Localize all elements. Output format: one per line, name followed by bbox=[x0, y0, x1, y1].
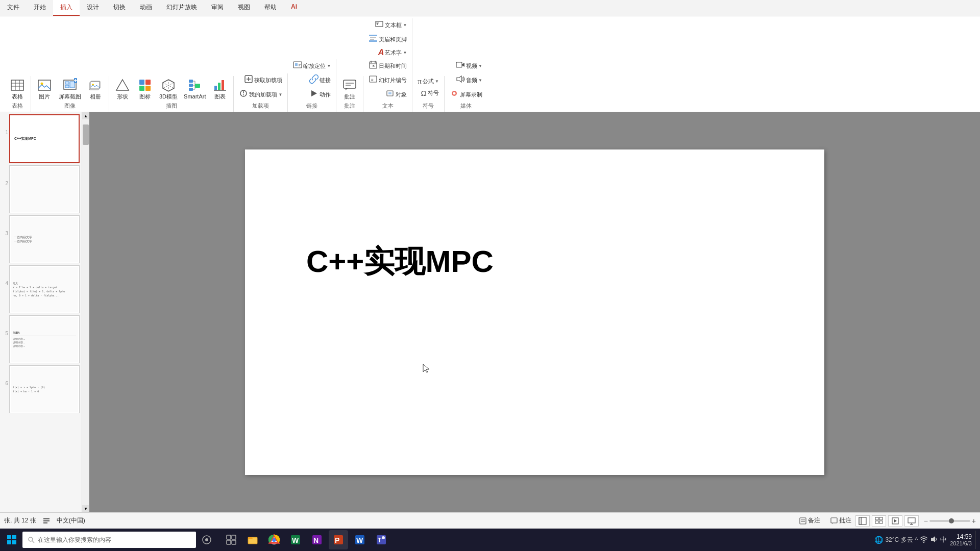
file-explorer-button[interactable] bbox=[243, 530, 262, 549]
tab-transition[interactable]: 切换 bbox=[106, 0, 133, 16]
show-desktop-button[interactable] bbox=[975, 531, 978, 549]
slide-num-2: 2 bbox=[2, 181, 8, 186]
header-footer-button[interactable]: 页眉和页脚 bbox=[366, 33, 409, 46]
slide-thumb-6[interactable]: f(x) = x + lphw - (0) f(x) + hw - 1 = 0 bbox=[9, 365, 80, 413]
smartart-label: SmartArt bbox=[184, 93, 206, 100]
scroll-up-button[interactable]: ▲ bbox=[82, 112, 89, 119]
comments-button[interactable]: 批注 bbox=[830, 516, 851, 525]
tab-home[interactable]: 开始 bbox=[27, 0, 53, 16]
scroll-down-button[interactable]: ▼ bbox=[82, 505, 89, 512]
show-hidden-icons-button[interactable]: ^ bbox=[915, 536, 918, 543]
hyperlink-button[interactable]: 链接 bbox=[307, 73, 333, 87]
slide-thumb-1[interactable]: C++实现MPC bbox=[9, 114, 80, 163]
word-green-button[interactable]: W bbox=[286, 530, 305, 549]
view-outline-button[interactable] bbox=[42, 517, 51, 525]
tab-slideshow[interactable]: 幻灯片放映 bbox=[159, 0, 204, 16]
tab-help[interactable]: 帮助 bbox=[257, 0, 284, 16]
wifi-icon[interactable] bbox=[920, 535, 928, 545]
video-button[interactable]: 视频 ▼ bbox=[454, 59, 484, 72]
word-blue-button[interactable]: W bbox=[350, 530, 370, 549]
slide-thumb-5[interactable]: 问题A 说明内容... 说明内容... 说明内容... bbox=[9, 315, 80, 363]
wordart-button[interactable]: A 艺术字 ▼ bbox=[376, 47, 409, 58]
svg-rect-86 bbox=[859, 517, 862, 524]
network-icon[interactable]: 🌐 bbox=[874, 536, 883, 544]
slide-thumb-2[interactable] bbox=[9, 165, 80, 213]
my-addin-button[interactable]: 我的加载项 ▼ bbox=[237, 88, 284, 101]
symbol-button[interactable]: Ω 符号 bbox=[419, 88, 441, 98]
comment-button[interactable]: 批注 bbox=[339, 76, 360, 101]
language-indicator[interactable]: 中 bbox=[940, 535, 947, 544]
tab-insert[interactable]: 插入 bbox=[53, 0, 80, 16]
scroll-thumb[interactable] bbox=[83, 124, 89, 145]
svg-rect-8 bbox=[65, 82, 69, 84]
taskview-windows-button[interactable] bbox=[222, 530, 241, 549]
zoom-button[interactable]: 缩放定位 ▼ bbox=[291, 59, 333, 72]
onenote-button[interactable]: N bbox=[307, 530, 327, 549]
insert-table-button[interactable]: 表格 bbox=[7, 76, 28, 101]
ribbon-group-illustration: 形状 图标 bbox=[109, 76, 234, 112]
slide-thumb-3[interactable]: 一些内容文字 一些内容文字 bbox=[9, 215, 80, 263]
svg-rect-71 bbox=[456, 62, 462, 67]
screenshot-button[interactable]: 屏幕截图 bbox=[57, 76, 83, 101]
chart-button[interactable]: 图表 bbox=[210, 76, 230, 101]
audio-button[interactable]: 音频 ▼ bbox=[454, 73, 484, 87]
my-addin-icon bbox=[239, 89, 248, 100]
weather-widget[interactable]: 32°C 多云 bbox=[885, 536, 913, 544]
zoom-slider-handle[interactable] bbox=[949, 518, 954, 523]
tab-design[interactable]: 设计 bbox=[80, 0, 106, 16]
zoom-slider[interactable] bbox=[929, 520, 970, 522]
group-symbol-label: 符号 bbox=[423, 102, 434, 112]
action-button[interactable]: 动作 bbox=[307, 88, 333, 101]
shape-button[interactable]: 形状 bbox=[112, 76, 133, 101]
windows-start-button[interactable] bbox=[2, 530, 21, 549]
icons-button[interactable]: 图标 bbox=[135, 76, 155, 101]
screen-record-button[interactable]: 屏幕录制 bbox=[448, 88, 484, 101]
teams-button[interactable]: T bbox=[372, 530, 391, 549]
zoom-plus-button[interactable]: + bbox=[972, 517, 976, 525]
notes-button[interactable]: 备注 bbox=[799, 516, 820, 525]
svg-marker-49 bbox=[311, 90, 317, 96]
tab-ai[interactable]: Ai bbox=[284, 0, 304, 16]
normal-view-button[interactable] bbox=[855, 515, 870, 527]
svg-rect-93 bbox=[908, 518, 915, 523]
volume-icon[interactable] bbox=[930, 535, 938, 545]
reading-view-button[interactable] bbox=[888, 515, 902, 527]
get-addin-button[interactable]: 获取加载项 bbox=[242, 73, 284, 87]
clock-widget[interactable]: 14:59 2021/6/3 bbox=[950, 533, 972, 546]
zoom-minus-button[interactable]: − bbox=[924, 517, 928, 525]
zoom-icon bbox=[293, 60, 302, 71]
slide-panel-scrollbar[interactable]: ▲ ▼ bbox=[82, 112, 89, 512]
album-button[interactable]: 相册 bbox=[85, 76, 106, 101]
taskview-button[interactable] bbox=[197, 530, 216, 549]
chrome-button[interactable] bbox=[264, 530, 284, 549]
object-button[interactable]: 对象 bbox=[383, 88, 409, 101]
datetime-button[interactable]: 日期和时间 bbox=[366, 59, 409, 72]
scroll-track bbox=[82, 119, 89, 505]
svg-point-44 bbox=[243, 94, 244, 95]
language-indicator[interactable]: 中文(中国) bbox=[57, 516, 85, 525]
smartart-button[interactable]: SmartArt bbox=[182, 76, 208, 101]
powerpoint-button[interactable]: P bbox=[329, 530, 348, 549]
slide-thumb-4[interactable]: 定义 Y = T'hw + 2 + delta + target f(alpha… bbox=[9, 265, 80, 313]
svg-rect-89 bbox=[875, 521, 878, 523]
taskbar-search[interactable]: 在这里输入你要搜索的内容 bbox=[22, 532, 196, 548]
presenter-view-button[interactable] bbox=[904, 515, 919, 527]
slide-number-button[interactable]: # 幻灯片编号 bbox=[366, 73, 409, 87]
video-arrow: ▼ bbox=[478, 64, 482, 68]
ribbon-tabs: 文件 开始 插入 设计 切换 动画 幻灯片放映 审阅 视图 帮助 Ai bbox=[0, 0, 980, 16]
tab-animation[interactable]: 动画 bbox=[133, 0, 159, 16]
slide-canvas[interactable]: C++实现MPC bbox=[245, 149, 824, 475]
search-icon bbox=[28, 536, 35, 543]
group-text-label: 文本 bbox=[382, 102, 394, 112]
slide5-title: 问题A bbox=[13, 331, 76, 335]
3d-model-button[interactable]: 3D模型 bbox=[157, 76, 180, 101]
slide-sorter-button[interactable] bbox=[872, 515, 886, 527]
formula-button[interactable]: π 公式 ▼ bbox=[415, 76, 441, 87]
textbox-button[interactable]: 文本框 ▼ bbox=[373, 18, 409, 32]
insert-picture-button[interactable]: 图片 bbox=[34, 76, 55, 101]
current-date: 2021/6/3 bbox=[950, 540, 972, 546]
tab-view[interactable]: 视图 bbox=[231, 0, 257, 16]
tab-file[interactable]: 文件 bbox=[0, 0, 27, 16]
picture-label: 图片 bbox=[39, 93, 50, 100]
tab-review[interactable]: 审阅 bbox=[204, 0, 231, 16]
